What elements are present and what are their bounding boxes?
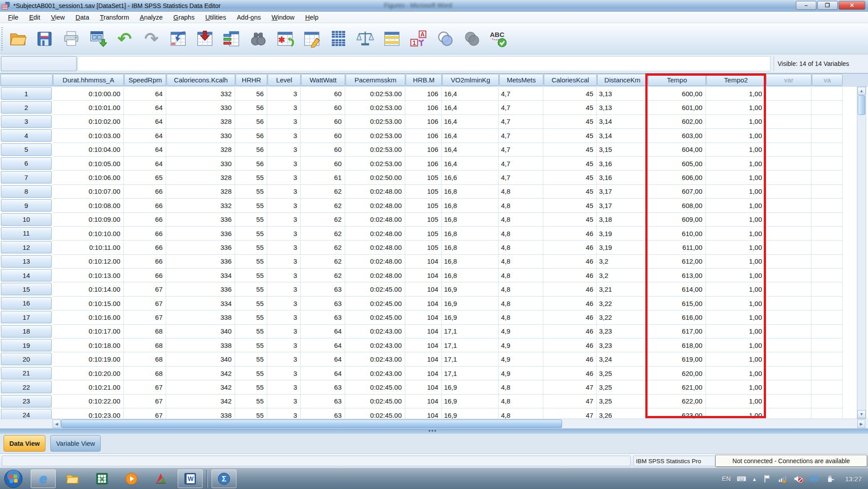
cell-VO2mlminKg[interactable]: 16,8: [442, 199, 499, 212]
cell-DistanceKm[interactable]: 3,24: [597, 352, 648, 366]
cell-WattWatt[interactable]: 62: [301, 227, 345, 240]
cell-DistanceKm[interactable]: 3,23: [597, 338, 648, 352]
cell-MetsMets[interactable]: 4,7: [499, 157, 543, 171]
cell-Durat.hhmmss_A[interactable]: 0:10:20.00: [53, 367, 124, 380]
cell-HRHR[interactable]: 56: [235, 87, 267, 101]
cell-DistanceKm[interactable]: 3,25: [597, 380, 648, 394]
cell-MetsMets[interactable]: 4,7: [499, 143, 543, 157]
media-player-icon[interactable]: [119, 469, 144, 488]
cell-Level[interactable]: 3: [267, 87, 301, 101]
cell-Caloriecons.Kcalh[interactable]: 336: [166, 240, 235, 254]
cell-var[interactable]: [766, 408, 811, 419]
cell-HRB.M[interactable]: 105: [405, 227, 442, 240]
cell-Tempo2[interactable]: 1,00: [706, 87, 766, 101]
cell-Level[interactable]: 3: [267, 255, 301, 269]
cell-WattWatt[interactable]: 60: [301, 157, 345, 171]
cell-DistanceKm[interactable]: 3,19: [597, 227, 648, 240]
cell-Pacemmsskm[interactable]: 0:02:53.00: [345, 87, 405, 101]
cell-var[interactable]: [766, 213, 811, 227]
menu-edit[interactable]: Edit: [24, 12, 45, 22]
cell-DistanceKm[interactable]: 3,22: [597, 310, 648, 324]
cell-va[interactable]: [811, 380, 843, 394]
cell-VO2mlminKg[interactable]: 16,9: [442, 310, 499, 324]
scroll-down-button[interactable]: ▼: [857, 410, 866, 418]
cell-SpeedRpm[interactable]: 66: [124, 240, 166, 254]
cell-Durat.hhmmss_A[interactable]: 0:10:21.00: [53, 380, 124, 394]
cell-HRB.M[interactable]: 104: [405, 352, 442, 366]
cell-CaloriesKcal[interactable]: 46: [543, 255, 597, 269]
cell-CaloriesKcal[interactable]: 46: [543, 310, 597, 324]
menu-analyze[interactable]: Analyze: [134, 12, 168, 22]
cell-HRHR[interactable]: 55: [235, 213, 267, 227]
cell-WattWatt[interactable]: 60: [301, 129, 345, 143]
cell-HRHR[interactable]: 55: [235, 199, 267, 212]
cell-MetsMets[interactable]: 4,8: [499, 227, 543, 240]
undo-icon[interactable]: ↶: [114, 28, 135, 49]
cell-MetsMets[interactable]: 4,7: [499, 115, 543, 129]
internet-explorer-icon[interactable]: e: [31, 469, 56, 488]
cell-DistanceKm[interactable]: 3,17: [597, 185, 648, 199]
column-header-DistanceKm[interactable]: DistanceKm: [597, 74, 648, 86]
cell-VO2mlminKg[interactable]: 16,4: [442, 129, 499, 143]
row-number[interactable]: 22: [1, 381, 52, 393]
cell-HRB.M[interactable]: 105: [405, 240, 442, 254]
cell-Tempo2[interactable]: 1,00: [706, 352, 766, 366]
save-file-icon[interactable]: [34, 28, 55, 49]
cell-VO2mlminKg[interactable]: 16,9: [442, 395, 499, 408]
goto-variable-icon[interactable]: [195, 28, 215, 49]
cell-DistanceKm[interactable]: 3,2: [597, 269, 648, 282]
cell-MetsMets[interactable]: 4,8: [499, 213, 543, 227]
cell-Level[interactable]: 3: [267, 338, 301, 352]
cell-Level[interactable]: 3: [267, 213, 301, 227]
cell-CaloriesKcal[interactable]: 46: [543, 367, 597, 380]
cell-Level[interactable]: 3: [267, 171, 301, 184]
cell-var[interactable]: [766, 367, 811, 380]
show-hidden-icon[interactable]: ▲: [752, 475, 757, 483]
cell-Tempo[interactable]: 617,00: [648, 325, 706, 338]
cell-var[interactable]: [766, 338, 811, 352]
cell-DistanceKm[interactable]: 3,19: [597, 240, 648, 254]
power-icon[interactable]: [825, 474, 835, 484]
goto-case-icon[interactable]: [168, 28, 188, 49]
cell-WattWatt[interactable]: 64: [301, 367, 345, 380]
row-number[interactable]: 19: [1, 339, 52, 351]
cell-Pacemmsskm[interactable]: 0:02:48.00: [345, 240, 405, 254]
cell-CaloriesKcal[interactable]: 46: [543, 297, 597, 310]
cell-Pacemmsskm[interactable]: 0:02:48.00: [345, 269, 405, 282]
cell-HRHR[interactable]: 55: [235, 185, 267, 199]
cell-Pacemmsskm[interactable]: 0:02:45.00: [345, 310, 405, 324]
cell-CaloriesKcal[interactable]: 45: [543, 101, 597, 114]
cell-Tempo2[interactable]: 1,00: [706, 157, 766, 171]
column-header-WattWatt[interactable]: WattWatt: [301, 74, 345, 86]
cell-VO2mlminKg[interactable]: 16,8: [442, 240, 499, 254]
cell-Tempo[interactable]: 608,00: [648, 199, 706, 212]
cell-HRB.M[interactable]: 106: [405, 157, 442, 171]
cell-Level[interactable]: 3: [267, 352, 301, 366]
cell-Caloriecons.Kcalh[interactable]: 336: [166, 227, 235, 240]
cell-Pacemmsskm[interactable]: 0:02:48.00: [345, 185, 405, 199]
cell-VO2mlminKg[interactable]: 16,6: [442, 171, 499, 184]
cell-Caloriecons.Kcalh[interactable]: 338: [166, 310, 235, 324]
cell-SpeedRpm[interactable]: 66: [124, 199, 166, 212]
cell-Durat.hhmmss_A[interactable]: 0:10:14.00: [53, 282, 124, 296]
cell-va[interactable]: [811, 240, 843, 254]
use-variable-sets-icon[interactable]: [435, 28, 456, 49]
cell-WattWatt[interactable]: 63: [301, 297, 345, 310]
cell-WattWatt[interactable]: 63: [301, 282, 345, 296]
row-number[interactable]: 23: [1, 395, 52, 408]
cell-CaloriesKcal[interactable]: 45: [543, 129, 597, 143]
cell-Caloriecons.Kcalh[interactable]: 334: [166, 269, 235, 282]
cell-Pacemmsskm[interactable]: 0:02:43.00: [345, 338, 405, 352]
cell-Tempo2[interactable]: 1,00: [706, 380, 766, 394]
cell-Durat.hhmmss_A[interactable]: 0:10:07.00: [53, 185, 124, 199]
cell-HRB.M[interactable]: 104: [405, 367, 442, 380]
cell-WattWatt[interactable]: 62: [301, 255, 345, 269]
cell-CaloriesKcal[interactable]: 45: [543, 171, 597, 184]
cell-HRB.M[interactable]: 104: [405, 310, 442, 324]
vertical-scroll-thumb[interactable]: [858, 95, 865, 115]
cell-Tempo2[interactable]: 1,00: [706, 227, 766, 240]
column-header-va[interactable]: va: [812, 74, 843, 86]
row-number[interactable]: 11: [1, 227, 52, 240]
cell-Level[interactable]: 3: [267, 325, 301, 338]
cell-Durat.hhmmss_A[interactable]: 0:10:08.00: [53, 199, 124, 212]
